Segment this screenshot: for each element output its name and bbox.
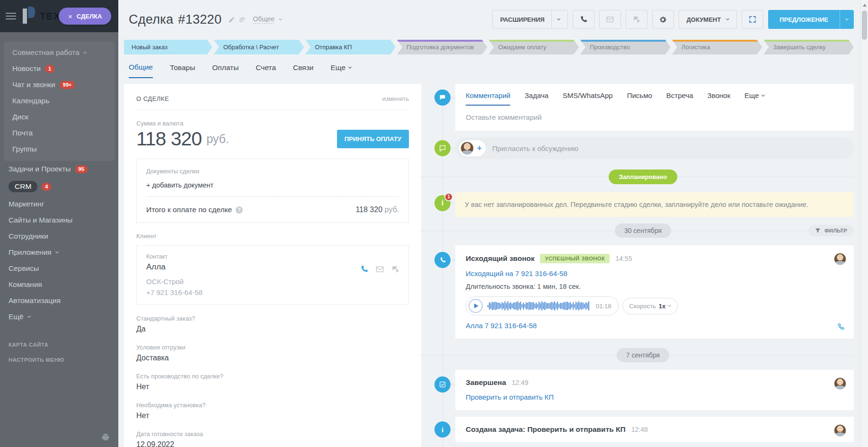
extensions-dropdown[interactable]	[551, 10, 560, 28]
contact-phone[interactable]: +7 921 316-64-58	[146, 288, 399, 296]
hamburger-menu-icon[interactable]	[6, 11, 16, 21]
stage-production[interactable]: Производство	[580, 40, 671, 54]
paperclip-icon[interactable]	[239, 16, 246, 23]
sidebar-item-label: Почта	[12, 129, 33, 137]
sidebar-item-apps[interactable]: Приложения	[0, 244, 118, 260]
edit-link[interactable]: изменить	[382, 95, 409, 102]
composer-card: Комментарий Задача SMS/WhatsApp Письмо В…	[455, 84, 854, 131]
sidebar-group-header[interactable]: Совместная работа	[4, 45, 115, 61]
scrollbar-thumb[interactable]	[862, 10, 867, 40]
call-button[interactable]	[573, 10, 594, 29]
tab-letter[interactable]: Письмо	[627, 91, 652, 106]
help-icon[interactable]: ?	[236, 206, 243, 214]
play-button[interactable]	[469, 299, 483, 313]
no-planned-banner: У вас нет запланированных дел. Передвинь…	[455, 192, 854, 217]
sidebar-item-sites[interactable]: Сайты и Магазины	[0, 212, 118, 228]
company-name[interactable]: ОСК-Строй	[146, 277, 399, 286]
settings-button[interactable]	[652, 10, 674, 29]
edit-pencil-icon[interactable]	[228, 16, 235, 23]
configure-menu-link[interactable]: НАСТРОИТЬ МЕНЮ	[0, 352, 118, 367]
tab-links[interactable]: Связи	[293, 63, 313, 78]
tab-meeting[interactable]: Встреча	[666, 91, 693, 106]
sidebar-item-disk[interactable]: Диск	[4, 109, 115, 125]
field-shipping-terms: Условия отгрузки Доставка	[136, 344, 409, 362]
sidebar-item-employees[interactable]: Сотрудники	[0, 228, 118, 244]
check-square-icon	[434, 376, 451, 393]
sidebar-item-more[interactable]: Ещё	[0, 309, 118, 325]
tab-more[interactable]: Еще	[744, 91, 765, 106]
counter-badge: 4	[42, 183, 51, 191]
call-outgoing-link[interactable]: Исходящий на 7 921 316-64-58	[466, 269, 567, 277]
tab-comment[interactable]: Комментарий	[466, 91, 510, 106]
email-button[interactable]	[599, 10, 621, 29]
avatar[interactable]	[834, 424, 846, 437]
playback-speed-control[interactable]: Скорость 1x	[622, 298, 678, 314]
stage-logistics[interactable]: Логистика	[672, 40, 762, 54]
amount-label: Сумма и валюта	[136, 120, 409, 127]
sidebar-item-news[interactable]: Новости1	[4, 61, 115, 77]
date-divider-1: 30 сентября ФИЛЬТР	[432, 224, 854, 238]
stage-new-order[interactable]: Новый заказ	[124, 40, 213, 54]
scrollbar[interactable]	[860, 0, 868, 447]
stage-docs[interactable]: Подготовка документов	[397, 40, 487, 54]
sidebar-item-calendar[interactable]: Календарь	[4, 93, 115, 109]
tab-invoices[interactable]: Счета	[256, 63, 276, 78]
date-pill: 30 сентября	[615, 224, 671, 238]
filter-button[interactable]: ФИЛЬТР	[808, 225, 854, 236]
envelope-icon[interactable]	[375, 265, 384, 274]
invite-to-discussion[interactable]: + Пригласить к обсуждению	[455, 137, 854, 159]
audio-duration: 01:18	[596, 303, 611, 310]
sidebar-item-company[interactable]: Компания	[0, 277, 118, 293]
phone-icon[interactable]	[360, 265, 369, 274]
close-icon[interactable]: ×	[68, 12, 72, 20]
call-contact-link[interactable]: Алла 7 921 316-64-58	[466, 322, 537, 330]
sidebar-item-groups[interactable]: Группы	[4, 141, 115, 157]
sidebar-item-automation[interactable]: Автоматизация	[0, 293, 118, 309]
avatar[interactable]	[834, 377, 846, 390]
sidebar-item-mail[interactable]: Почта	[4, 125, 115, 141]
planned-divider: Запланировано	[432, 170, 854, 184]
tab-general[interactable]: Общие	[129, 63, 153, 78]
tab-call[interactable]: Звонок	[708, 91, 730, 106]
avatar[interactable]	[461, 142, 474, 155]
stage-close-deal[interactable]: Завершить сделку	[763, 40, 854, 54]
tab-more[interactable]: Еще	[330, 63, 351, 78]
proposal-dropdown[interactable]	[840, 10, 854, 29]
planned-pill[interactable]: Запланировано	[609, 170, 677, 184]
extensions-button[interactable]: РАСШИРЕНИЯ	[492, 10, 568, 29]
sidebar-item-tasks[interactable]: Задачи и Проекты95	[0, 161, 118, 177]
chat-bubbles-icon[interactable]	[391, 265, 400, 274]
stage-send-kp[interactable]: Отправка КП	[305, 40, 396, 54]
add-document-link[interactable]: + добавить документ	[146, 181, 399, 189]
callback-phone-icon[interactable]	[837, 322, 845, 331]
proposal-button[interactable]: ПРЕДЛОЖЕНИЕ	[768, 10, 854, 29]
deal-tab-chip[interactable]: × СДЕЛКА	[59, 8, 111, 25]
stage-processing[interactable]: Обработка \ Расчет	[214, 40, 304, 54]
comment-input[interactable]: Оставьте комментарий	[466, 106, 843, 131]
stage-awaiting-payment[interactable]: Ожидаем оплату	[489, 40, 579, 54]
sitemap-link[interactable]: КАРТА САЙТА	[0, 337, 118, 352]
invite-avatar-chip[interactable]: +	[459, 140, 486, 156]
tab-task[interactable]: Задача	[524, 91, 548, 106]
fullscreen-button[interactable]	[742, 10, 763, 29]
tab-sms-whatsapp[interactable]: SMS/WhatsApp	[563, 91, 613, 106]
accept-payment-button[interactable]: ПРИНЯТЬ ОПЛАТУ	[337, 130, 409, 148]
chat-button[interactable]	[626, 10, 647, 29]
task-link[interactable]: Проверить и отправить КП	[466, 393, 554, 401]
sidebar-item-services[interactable]: Сервисы	[0, 260, 118, 277]
total-value: 118 320 руб.	[355, 206, 399, 214]
avatar[interactable]	[834, 253, 846, 265]
printer-icon[interactable]	[101, 433, 110, 441]
sidebar-item-chat-calls[interactable]: Чат и звонки99+	[4, 77, 115, 93]
document-button[interactable]: ДОКУМЕНТ	[679, 10, 737, 29]
stage-label: Завершить сделку	[773, 44, 825, 51]
waveform[interactable]	[487, 300, 589, 312]
comment-bubble-icon	[434, 89, 451, 106]
sidebar-item-crm[interactable]: CRM4	[0, 177, 118, 196]
pipeline-scope-dropdown[interactable]: Общее	[253, 15, 275, 24]
scroll-up-arrow-icon[interactable]	[863, 4, 867, 7]
tab-products[interactable]: Товары	[170, 63, 195, 78]
sidebar-item-marketing[interactable]: Маркетинг	[0, 196, 118, 212]
tab-payments[interactable]: Оплаты	[212, 63, 239, 78]
field-value: Да	[136, 325, 409, 333]
